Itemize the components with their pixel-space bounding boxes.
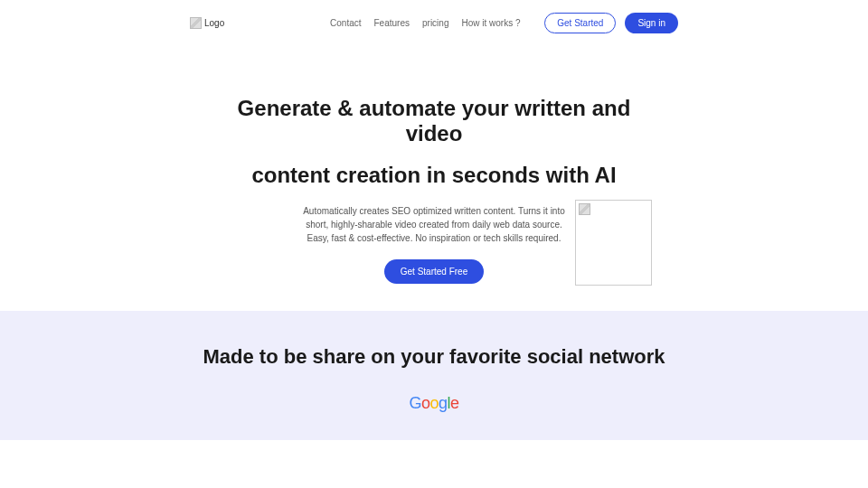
sign-in-button[interactable]: Sign in: [625, 13, 678, 33]
hero-title: Generate & automate your written and vid…: [208, 96, 660, 188]
header: Logo Contact Features pricing How it wor…: [0, 0, 868, 46]
get-started-free-button[interactable]: Get Started Free: [384, 259, 484, 284]
google-logo: Google: [0, 394, 868, 413]
nav-features[interactable]: Features: [374, 18, 410, 28]
hero-title-line2: content creation in seconds with AI: [208, 163, 660, 188]
hero-section: Generate & automate your written and vid…: [0, 46, 868, 311]
main-nav: Contact Features pricing How it works ?: [330, 18, 520, 28]
get-started-button[interactable]: Get Started: [544, 13, 616, 33]
nav-pricing[interactable]: pricing: [422, 18, 448, 28]
header-actions: Get Started Sign in: [544, 13, 678, 33]
social-section: Made to be share on your favorite social…: [0, 311, 868, 440]
social-heading: Made to be share on your favorite social…: [0, 345, 868, 369]
hero-image-broken: [575, 200, 652, 286]
nav-how-it-works[interactable]: How it works ?: [461, 18, 520, 28]
nav-contact[interactable]: Contact: [330, 18, 361, 28]
logo[interactable]: Logo: [190, 17, 224, 29]
hero-title-line1: Generate & automate your written and vid…: [238, 96, 631, 145]
logo-alt-text: Logo: [204, 18, 224, 28]
hero-subtitle: Automatically creates SEO optimized writ…: [294, 204, 574, 245]
